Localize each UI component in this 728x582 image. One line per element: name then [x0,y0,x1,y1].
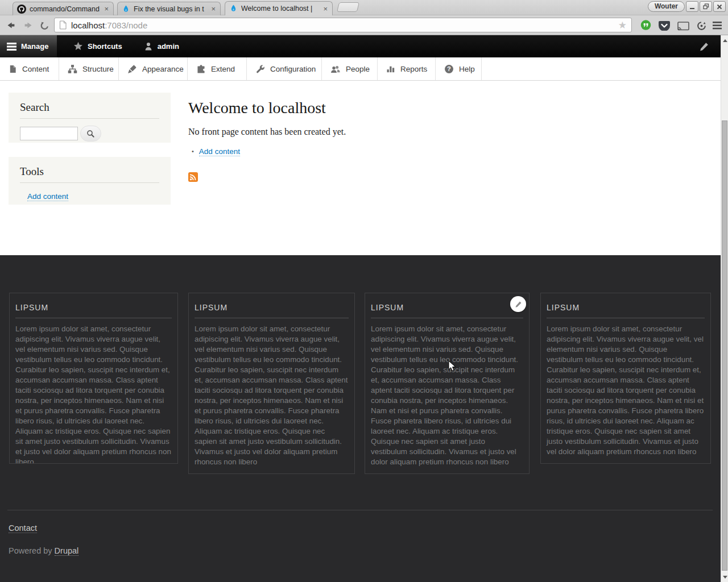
browser-tab-localhost[interactable]: Welcome to localhost | × [225,1,333,15]
sidebar-tools-block: Tools Add content [9,157,171,205]
menu-tab-label: Reports [400,65,427,73]
menu-tab-help[interactable]: ? Help [436,57,482,80]
hangouts-extension-icon[interactable] [640,20,651,31]
menu-tab-label: Help [459,65,475,73]
sync-extension-icon[interactable] [696,20,707,31]
github-icon [17,5,26,14]
toolbar-item-label: Shortcuts [88,42,122,51]
menu-tab-structure[interactable]: Structure [59,57,119,80]
footer-block-title: LIPSUM [195,303,349,318]
tab-close-icon[interactable]: × [322,5,328,13]
minimize-icon [689,4,695,10]
tab-close-icon[interactable]: × [210,5,216,13]
page-icon [59,20,67,30]
footer-block-title: LIPSUM [371,303,523,318]
footer-block-lipsum-3: LIPSUM Lorem ipsum dolor sit amet, conse… [365,293,530,474]
toolbar-item-shortcuts[interactable]: Shortcuts [63,35,133,57]
scrollbar-up-arrow[interactable] [721,37,728,44]
content-icon [9,64,17,74]
footer-separator [7,510,713,510]
tab-title: commando/Command… [30,5,100,13]
bookmark-star-icon[interactable]: ★ [618,20,627,30]
toolbar-edit-pencil-icon[interactable] [699,41,709,52]
main-column: Welcome to localhost No front page conte… [188,81,598,182]
search-block-title: Search [20,101,159,119]
svg-text:?: ? [447,65,451,72]
footer-block-title: LIPSUM [547,303,705,318]
menu-tab-people[interactable]: People [322,57,378,80]
toolbar-item-manage[interactable]: Manage [0,35,57,57]
forward-button[interactable] [23,20,34,30]
window-user-label: Wouter [648,1,685,12]
new-tab-button[interactable] [337,2,359,12]
list-item: Add content [192,146,598,156]
menu-tab-configuration[interactable]: Configuration [247,57,322,80]
star-icon [73,41,83,51]
reload-button[interactable] [39,20,50,31]
back-button[interactable] [6,20,16,30]
footer-block-title: LIPSUM [15,303,172,318]
browser-navigation-bar: localhost:7083/node ★ [0,15,728,35]
contextual-edit-button[interactable] [510,296,526,312]
close-button[interactable] [713,1,726,12]
footer-block-lipsum-2: LIPSUM Lorem ipsum dolor sit amet, conse… [188,293,355,474]
scrollbar-thumb[interactable] [722,120,727,571]
menu-tab-label: Configuration [270,65,316,73]
pocket-extension-icon[interactable] [659,21,670,31]
tab-title: Welcome to localhost | [241,5,319,13]
people-icon [330,64,341,74]
drupal-icon [229,4,238,13]
drupal-icon [122,5,130,14]
footer-block-lipsum-1: LIPSUM Lorem ipsum dolor sit amet, conse… [9,293,178,464]
configuration-icon [255,64,265,74]
action-list: Add content [188,146,598,156]
toolbar-item-admin[interactable]: admin [133,35,190,57]
no-content-message: No front page content has been created y… [188,127,598,137]
rss-feed-icon[interactable] [188,172,598,182]
browser-menu-icon[interactable] [713,22,722,30]
footer-block-lipsum-4: LIPSUM Lorem ipsum dolor sit amet, conse… [540,293,711,464]
add-content-link[interactable]: Add content [199,147,240,156]
restore-button[interactable] [700,1,712,12]
menu-tab-appearance[interactable]: Appearance [119,57,188,80]
toolbar-item-label: admin [158,42,179,51]
drupal-link[interactable]: Drupal [55,546,79,556]
page-title: Welcome to localhost [188,99,598,117]
page-content-region: Search Tools Add content Welcome to loca… [0,81,728,255]
pencil-icon [515,301,522,308]
tab-title: Fix the visual bugs in t [134,5,207,13]
browser-tab-fix-bugs[interactable]: Fix the visual bugs in t × [117,2,221,15]
site-footer: LIPSUM Lorem ipsum dolor sit amet, conse… [0,255,728,582]
tools-block-title: Tools [20,165,159,183]
browser-tab-github[interactable]: commando/Command… × [13,2,114,15]
scrollbar-down-arrow[interactable] [721,573,728,580]
hamburger-icon [7,43,16,51]
menu-tab-label: Extend [211,65,235,73]
menu-tab-label: People [346,65,370,73]
url-path: :7083/node [105,20,147,30]
url-host: localhost [71,20,105,30]
close-icon [717,4,722,10]
minimize-button[interactable] [686,1,698,12]
url-text: localhost:7083/node [71,20,147,30]
menu-tab-extend[interactable]: Extend [188,57,247,80]
search-input[interactable] [20,127,78,140]
menu-tab-label: Appearance [142,65,184,73]
menu-tab-reports[interactable]: Reports [378,57,436,80]
menu-tab-label: Structure [82,65,114,73]
search-icon [86,130,95,138]
user-icon [144,41,153,51]
menu-tab-content[interactable]: Content [0,57,59,80]
contact-link[interactable]: Contact [9,523,37,533]
cast-extension-icon[interactable] [677,22,689,31]
menu-tab-label: Content [22,65,49,73]
tools-add-content-link[interactable]: Add content [27,192,68,201]
tab-close-icon[interactable]: × [104,5,109,13]
appearance-icon [127,64,137,74]
admin-toolbar: Manage Shortcuts admin [0,35,721,57]
footer-block-body: Lorem ipsum dolor sit amet, consectetur … [371,324,523,467]
url-bar[interactable]: localhost:7083/node ★ [54,18,632,32]
vertical-scrollbar[interactable] [721,35,728,582]
toolbar-item-label: Manage [21,42,48,51]
search-button[interactable] [80,126,101,142]
